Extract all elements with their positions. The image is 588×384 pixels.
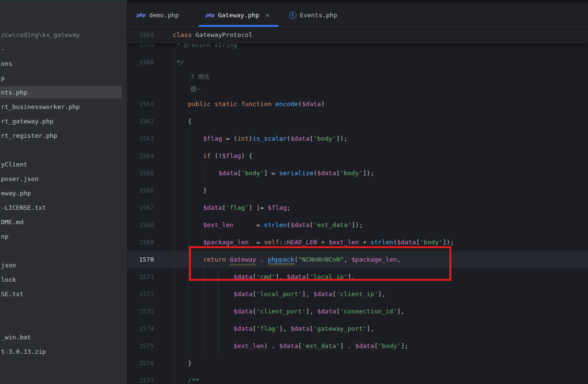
code-line[interactable]: 1568 $ext_len = strlen($data['ext_data']…: [128, 216, 588, 234]
code-lines: 1559 * @return string1560 */7 用法˅1561 pu…: [128, 36, 588, 384]
tree-file-item[interactable]: poser.json: [0, 171, 128, 186]
tree-item-label: np: [1, 233, 9, 240]
tree-item-label: DME.md: [1, 218, 24, 226]
tree-file-item[interactable]: _win.bat: [0, 330, 128, 344]
code-line[interactable]: 1573 $data['client_port'], $data['connec…: [128, 303, 588, 320]
tree-file-item[interactable]: -: [0, 42, 128, 56]
tab-demo-php[interactable]: php demo.php: [137, 3, 179, 27]
tab-gateway-php[interactable]: php Gateway.php ×: [206, 3, 269, 27]
tree-file-item[interactable]: rt_gateway.php: [0, 114, 128, 128]
tree-file-item[interactable]: eway.php: [0, 186, 128, 200]
code-line[interactable]: 1561 public static function encode($data…: [128, 96, 588, 113]
line-number[interactable]: 1570: [128, 251, 154, 268]
line-number[interactable]: 1564: [128, 147, 154, 165]
tree-file-item[interactable]: t-3.0.13.zip: [0, 344, 128, 359]
line-number[interactable]: 1563: [128, 130, 154, 147]
line-number[interactable]: 1567: [128, 199, 154, 216]
tree-file-item[interactable]: yClient: [0, 157, 128, 171]
line-number[interactable]: 1574: [128, 320, 154, 337]
tree-item-label: nts.php: [1, 89, 27, 96]
tree-file-item[interactable]: DME.md: [0, 215, 128, 229]
code-line[interactable]: 1566 }: [128, 182, 588, 199]
code-line-text: $data['client_port'], $data['connection_…: [173, 303, 405, 320]
code-line[interactable]: 1576 }: [128, 355, 588, 372]
tree-file-item[interactable]: json: [0, 258, 128, 272]
editor-tab-bar: php demo.php php Gateway.php × C Events.…: [128, 3, 588, 27]
tree-item-label: _win.bat: [1, 334, 31, 341]
tree-file-item[interactable]: ons: [0, 56, 128, 71]
line-number[interactable]: 1569: [128, 234, 154, 251]
code-vision-icon[interactable]: [191, 86, 196, 92]
line-number[interactable]: 1561: [128, 96, 154, 113]
tree-root-path[interactable]: zcw\coding\kx_gateway: [0, 27, 128, 42]
tree-file-item[interactable]: -LICENSE.txt: [0, 200, 128, 215]
php-file-icon: php: [206, 12, 214, 18]
code-line-text: }: [173, 182, 207, 199]
line-number[interactable]: 1575: [128, 337, 154, 355]
code-line-text: /**: [173, 372, 200, 384]
sticky-line-number: 1459: [128, 27, 154, 43]
code-line[interactable]: 1572 $data['local_port'], $data['client_…: [128, 286, 588, 303]
code-line[interactable]: 1560 */: [128, 54, 588, 71]
code-line-text: }: [173, 355, 192, 372]
tree-item-label: t-3.0.13.zip: [1, 348, 46, 355]
sticky-declaration-header[interactable]: 1459 class GatewayProtocol: [128, 27, 588, 43]
line-number[interactable]: 1568: [128, 216, 154, 234]
tree-file-item[interactable]: rt_businessworker.php: [0, 99, 128, 114]
line-number[interactable]: 1562: [128, 113, 154, 130]
line-number[interactable]: 1577: [128, 372, 154, 384]
indent-guide: [203, 165, 204, 182]
line-number[interactable]: 1572: [128, 286, 154, 303]
tree-file-item[interactable]: SE.txt: [0, 287, 128, 301]
line-number[interactable]: 1566: [128, 182, 154, 199]
code-line-text: public static function encode($data): [173, 96, 325, 113]
code-vision-usages-link[interactable]: 7 用法: [128, 71, 588, 83]
indent-guide: [188, 130, 188, 355]
line-number[interactable]: 1573: [128, 303, 154, 320]
code-line-text: if (!$flag) {: [173, 147, 252, 165]
chevron-down-icon: ˅: [198, 86, 201, 92]
line-number[interactable]: 1565: [128, 165, 154, 182]
tree-item-label: p: [1, 74, 5, 82]
project-tree-panel: zcw\coding\kx_gateway-onspnts.phprt_busi…: [0, 1, 128, 384]
tree-item-label: zcw\coding\kx_gateway: [1, 31, 80, 38]
tree-file-item[interactable]: nts.php: [0, 85, 128, 99]
tree-item-label: rt_gateway.php: [1, 118, 54, 125]
php-class-icon: C: [289, 12, 296, 19]
tab-label: Events.php: [300, 12, 337, 19]
tree-file-item[interactable]: p: [0, 71, 128, 85]
code-line-text: $flag = (int)is_scalar($data['body']);: [173, 130, 348, 147]
annotation-box: [189, 246, 451, 281]
code-line-text: $data['local_port'], $data['client_ip'],: [173, 286, 386, 303]
code-line[interactable]: 1577 /**: [128, 372, 588, 384]
code-line-text: $ext_len = strlen($data['ext_data']);: [173, 216, 363, 234]
tree-item-label: rt_register.php: [1, 132, 57, 139]
tree-file-item[interactable]: lock: [0, 272, 128, 287]
tree-file-item[interactable]: rt_register.php: [0, 128, 128, 143]
code-line[interactable]: 1565 $data['body'] = serialize($data['bo…: [128, 165, 588, 182]
tree-file-item[interactable]: np: [0, 229, 128, 243]
code-line-text: $ext_len) . $data['ext_data'] . $data['b…: [173, 337, 409, 355]
code-vision-settings[interactable]: ˅: [128, 83, 588, 96]
code-line[interactable]: 1562 {: [128, 113, 588, 130]
code-line[interactable]: 1574 $data['flag'], $data['gateway_port'…: [128, 320, 588, 337]
tab-events-php[interactable]: C Events.php: [289, 3, 337, 27]
line-number[interactable]: 1560: [128, 54, 154, 71]
code-line[interactable]: 1564 if (!$flag) {: [128, 147, 588, 165]
sticky-declaration-text: class GatewayProtocol: [173, 27, 252, 43]
tree-item-label: lock: [1, 276, 16, 283]
tree-item-label: -: [1, 46, 5, 53]
line-number[interactable]: 1576: [128, 355, 154, 372]
tree-item-label: rt_businessworker.php: [1, 103, 80, 110]
code-line[interactable]: 1563 $flag = (int)is_scalar($data['body'…: [128, 130, 588, 147]
code-line[interactable]: 1575 $ext_len) . $data['ext_data'] . $da…: [128, 337, 588, 355]
code-line[interactable]: 1567 $data['flag'] |= $flag;: [128, 199, 588, 216]
code-line-text: {: [173, 113, 192, 130]
gutter-separator: [174, 27, 175, 384]
close-icon[interactable]: ×: [265, 12, 269, 19]
code-editor[interactable]: 1559 * @return string1560 */7 用法˅1561 pu…: [128, 27, 588, 384]
line-number[interactable]: 1571: [128, 268, 154, 286]
tree-item-label: eway.php: [1, 190, 31, 197]
php-file-icon: php: [137, 12, 145, 18]
tree-item-label: SE.txt: [1, 290, 24, 298]
